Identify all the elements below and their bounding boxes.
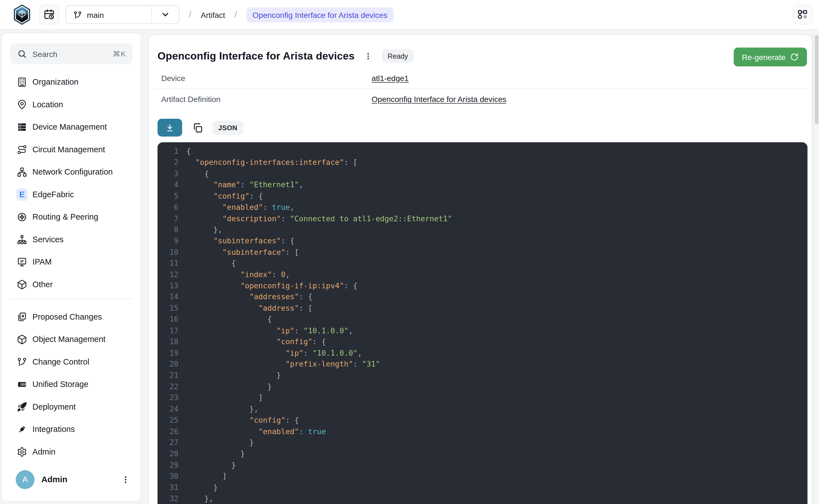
line-content: },: [186, 493, 213, 504]
page-scrollbar: [813, 30, 819, 504]
app-viewport: main / Artifact / Openconfig Interface f…: [0, 0, 819, 504]
field-label: Artifact Definition: [161, 95, 372, 104]
kebab-icon: [364, 52, 372, 60]
topology-view-button[interactable]: [793, 5, 813, 25]
line-content: "ip": "10.1.0.0",: [186, 348, 362, 359]
time-travel-button[interactable]: [39, 5, 59, 25]
field-row: Artifact DefinitionOpenconfig Interface …: [154, 88, 807, 109]
sidebar-item-change-control[interactable]: Change Control: [2, 350, 141, 373]
sidebar-item-device-management[interactable]: Device Management: [2, 116, 141, 138]
sidebar-item-deployment[interactable]: Deployment: [2, 395, 141, 418]
scrollbar-thumb[interactable]: [815, 35, 818, 124]
sidebar-item-routing-peering[interactable]: Routing & Peering: [2, 206, 141, 228]
git-branch-icon: [73, 10, 82, 19]
sidebar-item-label: Services: [32, 235, 63, 244]
server-icon: [16, 121, 28, 132]
branch-current: main: [66, 6, 152, 24]
sidebar-item-integrations[interactable]: Integrations: [2, 418, 141, 441]
line-content: "index": 0,: [186, 269, 290, 280]
line-content: "subinterfaces": {: [186, 236, 294, 247]
line-number: 18: [158, 336, 179, 348]
line-content: "config": {: [186, 336, 326, 348]
branch-dropdown-toggle[interactable]: [152, 6, 179, 24]
sidebar-item-label: IPAM: [32, 257, 52, 267]
branch-selector[interactable]: main: [65, 5, 179, 24]
sidebar-item-label: Object Management: [32, 334, 105, 344]
page-title: Openconfig Interface for Arista devices: [158, 50, 355, 62]
line-content: }: [186, 381, 272, 393]
app-logo-icon[interactable]: [13, 4, 31, 25]
line-number: 5: [158, 191, 179, 202]
line-content: "description": "Connected to atl1-edge2:…: [186, 213, 452, 224]
sidebar-item-label: Proposed Changes: [32, 312, 102, 322]
copy-button[interactable]: [189, 120, 205, 135]
code-line: 30 ]: [158, 471, 808, 482]
sidebar-item-unified-storage[interactable]: Unified Storage: [2, 373, 141, 396]
ipam-monitor-icon: IP: [16, 256, 28, 267]
breadcrumb-current-page[interactable]: Openconfig Interface for Arista devices: [246, 7, 393, 22]
line-number: 13: [158, 280, 179, 292]
code-line: 3 {: [158, 168, 808, 180]
breadcrumb-artifact[interactable]: Artifact: [201, 10, 225, 19]
sidebar-item-location[interactable]: Location: [2, 93, 141, 116]
line-number: 16: [158, 314, 179, 325]
sidebar-item-object-management[interactable]: Object Management: [2, 328, 141, 351]
code-line: 10 "subinterface": [: [158, 247, 808, 258]
sidebar-item-circuit-management[interactable]: Circuit Management: [2, 138, 141, 161]
artifact-json-code: 1{2 "openconfig-interfaces:interface": […: [158, 142, 808, 504]
status-badge: Ready: [382, 49, 414, 63]
line-number: 8: [158, 224, 179, 236]
sidebar-item-other[interactable]: Other: [2, 273, 141, 296]
line-content: },: [186, 404, 258, 415]
building-icon: [16, 76, 28, 87]
code-line: 19 "ip": "10.1.0.0",: [158, 348, 808, 359]
user-menu-button[interactable]: [119, 473, 132, 486]
field-value-link[interactable]: Openconfig Interface for Arista devices: [371, 95, 506, 104]
sidebar-item-proposed-changes[interactable]: Proposed Changes: [2, 305, 141, 328]
line-content: {: [186, 314, 272, 325]
sidebar-item-label: Change Control: [32, 357, 89, 367]
code-line: 4 "name": "Ethernet1",: [158, 180, 808, 191]
code-line: 23 ]: [158, 393, 808, 404]
breadcrumb-separator: /: [234, 10, 237, 20]
code-line: 14 "addresses": {: [158, 292, 808, 303]
line-number: 11: [158, 258, 179, 269]
code-line: 24 },: [158, 404, 808, 415]
line-content: "ip": "10.1.0.0",: [186, 325, 353, 336]
sidebar-item-label: Organization: [32, 77, 79, 87]
storage-icon: [16, 379, 28, 390]
code-line: 27 }: [158, 437, 808, 448]
line-number: 2: [158, 157, 179, 168]
re-generate-button[interactable]: Re-generate: [734, 47, 807, 66]
line-number: 9: [158, 236, 179, 247]
code-line: 29 }: [158, 460, 808, 471]
sidebar-item-services[interactable]: Services: [2, 228, 141, 251]
sidebar-nav-primary: OrganizationLocationDevice ManagementCir…: [2, 71, 141, 296]
sidebar-item-ipam[interactable]: IPIPAM: [2, 251, 141, 273]
field-row: Deviceatl1-edge1: [154, 68, 807, 89]
field-value-link[interactable]: atl1-edge1: [371, 73, 408, 82]
sidebar-item-organization[interactable]: Organization: [2, 71, 141, 93]
code-line: 11 {: [158, 258, 808, 269]
code-line: 28 }: [158, 448, 808, 460]
code-line: 31 }: [158, 482, 808, 493]
user-name: Admin: [41, 475, 119, 484]
download-button[interactable]: [158, 119, 182, 137]
artifact-menu-button[interactable]: [362, 50, 374, 62]
line-content: "prefix-length": "31": [186, 359, 380, 370]
line-number: 32: [158, 493, 179, 504]
search-input[interactable]: Search ⌘K: [10, 43, 132, 64]
code-line: 7 "description": "Connected to atl1-edge…: [158, 213, 808, 224]
branch-name: main: [87, 10, 104, 19]
line-number: 17: [158, 325, 179, 336]
sidebar-item-label: Integrations: [32, 424, 75, 434]
sidebar-item-network-configuration[interactable]: Network Configuration: [2, 161, 141, 183]
sidebar-item-admin[interactable]: Admin: [2, 440, 141, 463]
search-icon: [17, 49, 27, 59]
line-content: {: [186, 168, 209, 180]
user-row: A Admin: [2, 465, 141, 494]
sidebar-item-edgefabric[interactable]: EEdgeFabric: [2, 183, 141, 206]
route-icon: [16, 144, 28, 155]
line-content: "openconfig-interfaces:interface": [: [186, 157, 357, 168]
line-content: "addresses": {: [186, 292, 312, 303]
